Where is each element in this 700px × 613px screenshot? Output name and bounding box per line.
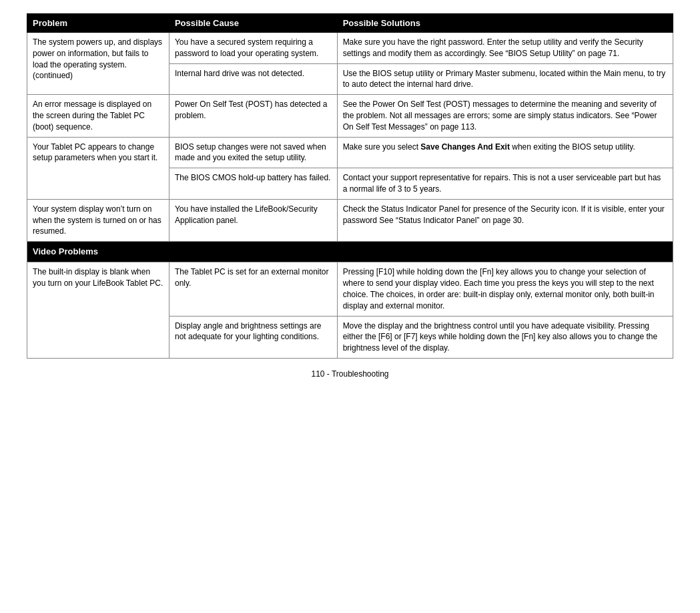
table-row: Your system display won’t turn on when t… bbox=[27, 199, 673, 241]
header-problem: Problem bbox=[27, 14, 169, 33]
problem-cell: An error message is displayed on the scr… bbox=[27, 95, 169, 137]
solution-cell: Make sure you have the right password. E… bbox=[337, 33, 673, 64]
solution-cell: See the Power On Self Test (POST) messag… bbox=[337, 95, 673, 137]
problem-cell: The built-in display is blank when you t… bbox=[27, 262, 169, 359]
solution-cell: Use the BIOS setup utility or Primary Ma… bbox=[337, 63, 673, 95]
table-row: An error message is displayed on the scr… bbox=[27, 95, 673, 137]
solution-cell: Check the Status Indicator Panel for pre… bbox=[337, 199, 673, 241]
video-problems-header: Video Problems bbox=[27, 242, 673, 262]
header-solution: Possible Solutions bbox=[337, 14, 673, 33]
problem-cell: Your system display won’t turn on when t… bbox=[27, 199, 169, 241]
header-cause: Possible Cause bbox=[169, 14, 337, 33]
page-footer: 110 - Troubleshooting bbox=[311, 369, 388, 379]
cause-cell: You have installed the LifeBook/Security… bbox=[169, 199, 337, 241]
troubleshooting-table: Problem Possible Cause Possible Solution… bbox=[27, 13, 673, 359]
cause-cell: Display angle and brightness settings ar… bbox=[169, 316, 337, 358]
solution-cell: Move the display and the brightness cont… bbox=[337, 316, 673, 358]
cause-cell: The BIOS CMOS hold-up battery has failed… bbox=[169, 168, 337, 200]
cause-cell: Power On Self Test (POST) has detected a… bbox=[169, 95, 337, 137]
cause-cell: The Tablet PC is set for an external mon… bbox=[169, 262, 337, 316]
cause-cell: You have a secured system requiring a pa… bbox=[169, 33, 337, 64]
solution-cell: Pressing [F10] while holding down the [F… bbox=[337, 262, 673, 316]
table-row: The built-in display is blank when you t… bbox=[27, 262, 673, 316]
cause-cell: BIOS setup changes were not saved when m… bbox=[169, 137, 337, 168]
table-row: Your Tablet PC appears to change setup p… bbox=[27, 137, 673, 168]
problem-cell: Your Tablet PC appears to change setup p… bbox=[27, 137, 169, 199]
solution-cell: Make sure you select Save Changes And Ex… bbox=[337, 137, 673, 168]
solution-cell: Contact your support representative for … bbox=[337, 168, 673, 200]
table-row: The system powers up, and displays power… bbox=[27, 33, 673, 64]
problem-cell: The system powers up, and displays power… bbox=[27, 33, 169, 95]
cause-cell: Internal hard drive was not detected. bbox=[169, 63, 337, 95]
